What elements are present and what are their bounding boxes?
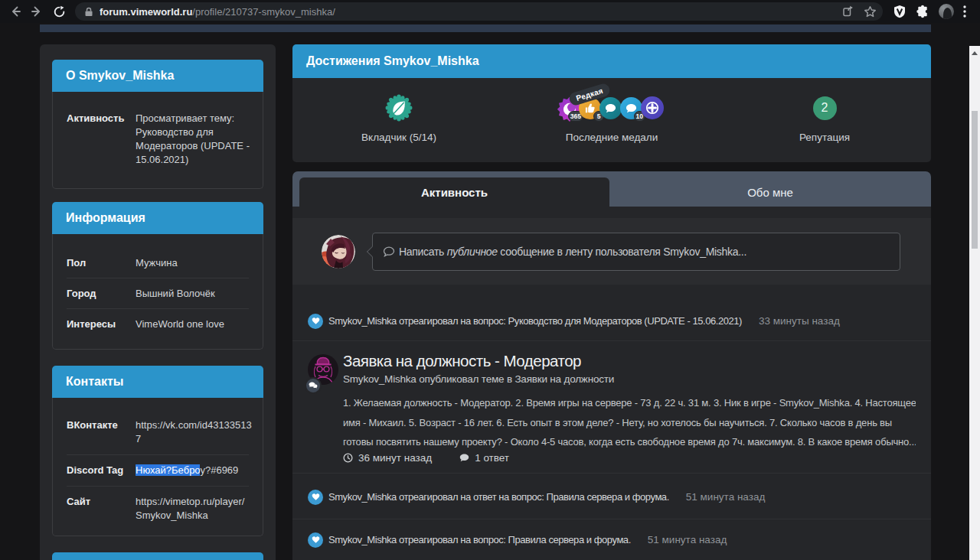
topic-excerpt: 1. Желаемая должность - Модератор. 2. Вр… [343,393,916,452]
contact-row-vk: ВКонтакте https://vk.com/id431335137 [67,410,249,455]
contributor-label[interactable]: Вкладчик (5/14) [361,132,436,143]
page: О Smykov_Mishka Активность Просматривает… [0,23,980,560]
achievements-panel: Достижения Smykov_Mishka [292,44,931,162]
medal-chat-blue[interactable]: 10 [620,97,642,119]
contributor-column: Вкладчик (5/14) [292,78,505,162]
cover-strip [40,24,931,32]
feed-text: Smykov_Mishka отреагировал на ответ на в… [328,491,669,503]
scroll-up-arrow[interactable] [969,47,980,58]
interests-label: Интересы [67,318,136,330]
chat-bubble-icon [605,103,616,114]
status-placeholder: Написать публичное сообщение в ленту пол… [399,246,746,258]
contact-row-site: Сайт https://vimetop.ru/player/Smykov_Mi… [67,487,249,531]
shield-extension-icon[interactable] [893,5,906,18]
activity-panel: Написать публичное сообщение в ленту пол… [292,207,931,560]
reputation-badge: 2 [813,96,837,120]
share-icon[interactable] [842,5,854,18]
topic-byline: Smykov_Mishka опубликовал теме в Заявки … [343,373,916,385]
site-value[interactable]: https://vimetop.ru/player/Smykov_Mishka [136,495,244,523]
medals-column: Редкая [505,78,718,162]
feed-text: Smykov_Mishka отреагировал на вопрос: Ру… [328,315,742,327]
discord-label: Discord Tag [67,464,136,477]
back-button[interactable] [5,2,25,21]
reputation-label: Репутация [799,132,850,143]
profile-tabs: Активность Обо мне [292,171,931,207]
info-row-city: Город Вышний Волочёк [67,278,249,309]
activity-value: Просматривает тему:Руководство дляМодера… [136,112,250,167]
info-row-interests: Интересы VimeWorld one love [67,309,249,339]
medal-plus[interactable] [641,96,664,119]
forward-button[interactable] [27,2,47,21]
cutoff-box [52,552,263,560]
discord-value-rest: у?#6969 [200,464,238,476]
profile-sidebar: О Smykov_Mishka Активность Просматривает… [40,44,276,560]
tab-activity[interactable]: Активность [299,177,609,207]
url-path: /profile/210737-smykov_mishka/ [192,6,335,18]
contributor-rank-icon[interactable] [385,94,413,122]
profile-avatar[interactable] [939,4,954,19]
vk-value[interactable]: https://vk.com/id431335137 [136,418,252,446]
discord-value-selected: Нюхай?Бебро [136,464,200,476]
browser-toolbar: forum.vimeworld.ru/profile/210737-smykov… [0,0,980,23]
thumbs-up-icon [584,103,596,114]
contacts-box: Контакты ВКонтакте https://vk.com/id4313… [52,366,263,536]
scrollbar-thumb[interactable] [972,111,978,249]
feed-time: 51 минута назад [686,491,765,503]
extensions-puzzle-icon[interactable] [916,5,929,18]
discord-value: Нюхай?Беброу?#6969 [136,464,238,477]
status-composer: Написать публичное сообщение в ленту пол… [292,218,931,285]
site-label: Сайт [67,495,136,523]
city-label: Город [67,288,136,299]
lock-icon [84,7,93,17]
forward-icon [31,5,43,18]
heart-reaction-icon [308,532,323,548]
reputation-column: 2 Репутация [718,78,931,162]
feed-item-reaction-3[interactable]: Smykov_Mishka отреагировал на вопрос: Пр… [292,519,931,560]
address-bar[interactable]: forum.vimeworld.ru/profile/210737-smykov… [75,2,883,21]
about-box-title: О Smykov_Mishka [52,60,263,92]
feed-item-reaction-1[interactable]: Smykov_Mishka отреагировал на вопрос: Ру… [292,285,931,340]
feed-item-reaction-2[interactable]: Smykov_Mishka отреагировал на ответ на в… [292,474,931,519]
topic-replies[interactable]: 1 ответ [459,452,509,464]
clock-icon [343,453,353,463]
activity-label: Активность [67,112,136,167]
topic-time: 36 минут назад [343,452,432,464]
gender-value: Мужчина [136,257,178,269]
topic-title[interactable]: Заявка на должность - Модератор [343,351,916,371]
interests-value: VimeWorld one love [136,318,224,330]
feed-text: Smykov_Mishka отреагировал на вопрос: Пр… [328,534,631,545]
url-host: forum.vimeworld.ru [100,6,192,18]
vk-label: ВКонтакте [67,418,136,446]
heart-reaction-icon [308,490,323,505]
menu-kebab-icon[interactable] [963,5,966,18]
feed-time: 33 минуты назад [759,315,840,327]
comment-icon [383,246,395,258]
tab-about-me[interactable]: Обо мне [609,177,931,207]
reload-button[interactable] [49,2,69,21]
page-scrollbar[interactable] [969,46,980,560]
feed-time: 51 минута назад [648,534,727,545]
main-column: Достижения Smykov_Mishka [292,44,931,560]
medal-chat-teal[interactable] [599,97,622,119]
back-icon [9,5,21,18]
url-text: forum.vimeworld.ru/profile/210737-smykov… [100,6,835,18]
heart-reaction-icon [308,314,323,329]
plus-circle-icon [645,101,659,115]
topic-type-icon [305,377,322,394]
feed-item-topic[interactable]: Заявка на должность - Модератор Smykov_M… [292,341,931,473]
bookmark-star-icon[interactable] [864,5,877,18]
reload-icon [53,5,66,18]
info-box: Информация Пол Мужчина Город Вышний Воло… [52,202,263,350]
reply-bubble-icon [459,453,469,463]
contact-row-discord: Discord Tag Нюхай?Беброу?#6969 [67,455,249,487]
status-input[interactable]: Написать публичное сообщение в ленту пол… [372,233,900,271]
medals-label: Последние медали [566,132,658,143]
info-box-title: Информация [52,202,263,234]
contacts-box-title: Контакты [52,366,263,398]
user-avatar[interactable] [322,235,355,269]
achievements-title: Достижения Smykov_Mishka [292,44,931,78]
city-value: Вышний Волочёк [136,288,215,299]
info-row-gender: Пол Мужчина [67,248,249,278]
about-box: О Smykov_Mishka Активность Просматривает… [52,60,263,189]
gender-label: Пол [67,257,136,269]
